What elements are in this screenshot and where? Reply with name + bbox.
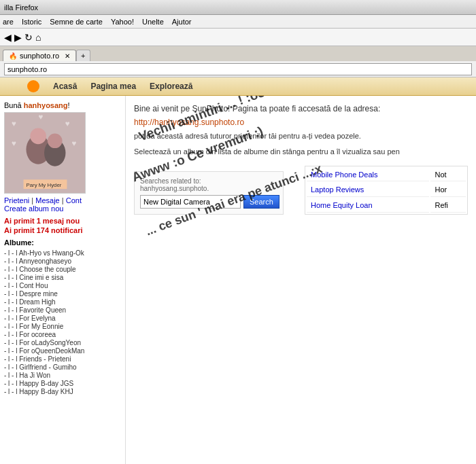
svg-text:♥: ♥ bbox=[12, 119, 16, 128]
address-bar-row bbox=[0, 61, 476, 77]
album-item[interactable]: - l - l Happy B-day KHJ bbox=[4, 388, 121, 395]
ad-row: Home Equity Loan Refi bbox=[307, 198, 466, 213]
svg-text:♥: ♥ bbox=[38, 112, 43, 122]
ad-val-0: Not bbox=[435, 171, 446, 179]
album-item[interactable]: - l - l Favorite Queen bbox=[4, 306, 121, 314]
album-item[interactable]: - l - l Girlfriend - Gumiho bbox=[4, 363, 121, 371]
welcome-url[interactable]: http://hanhyosang.sunphoto.ro bbox=[134, 118, 468, 127]
album-item[interactable]: - l - l Despre mine bbox=[4, 290, 121, 298]
tab-label: sunphoto.ro bbox=[20, 52, 59, 60]
ad-link-0[interactable]: Mobile Phone Deals bbox=[311, 171, 377, 179]
profile-photo-inner: ♥ ♥ ♥ ♥ ♥ Pary My Hyder bbox=[5, 113, 85, 193]
ad-table: Mobile Phone Deals Not Laptop Reviews Ho… bbox=[305, 166, 468, 215]
forward-icon[interactable]: ▶ bbox=[14, 32, 22, 43]
messages-notification[interactable]: Ai primit 1 mesaj nou bbox=[4, 217, 121, 225]
mesaje-link[interactable]: Mesaje bbox=[35, 196, 59, 204]
sidebar-links: Prieteni | Mesaje | Cont Create album no… bbox=[4, 196, 121, 213]
svg-text:♥: ♥ bbox=[71, 139, 76, 148]
album-item[interactable]: - l - l Ah-Hyo vs Hwang-Ok bbox=[4, 249, 121, 257]
user-greeting: Bună hanhyosang! bbox=[4, 101, 121, 109]
albums-section: Albume: - l - l Ah-Hyo vs Hwang-Ok - l -… bbox=[4, 238, 121, 395]
browser-toolbar: ◀ ▶ ↻ ⌂ bbox=[0, 29, 476, 46]
nav-mypage[interactable]: Pagina mea bbox=[90, 82, 136, 91]
ad-val-2: Refi bbox=[435, 201, 448, 209]
home-icon[interactable]: ⌂ bbox=[35, 32, 41, 43]
search-label: Searches related to: hanhyosang.sunphoto… bbox=[140, 177, 277, 192]
album-item[interactable]: - l - l For oQueenDeokMan bbox=[4, 347, 121, 355]
welcome-text: Bine ai venit pe SunPhoto! Pagina ta poa… bbox=[134, 104, 468, 113]
browser-title: illa Firefox bbox=[4, 3, 38, 12]
ad-row: Laptop Reviews Hor bbox=[307, 183, 466, 197]
svg-point-7 bbox=[30, 128, 46, 145]
profile-photo: ♥ ♥ ♥ ♥ ♥ Pary My Hyder bbox=[4, 112, 86, 194]
menu-bookmarks[interactable]: Semne de carte bbox=[50, 18, 103, 26]
menu-help[interactable]: Ajutor bbox=[172, 18, 192, 26]
create-album-link[interactable]: Create album nou bbox=[4, 204, 63, 213]
main-layout: Bună hanhyosang! ♥ ♥ ♥ ♥ ♥ bbox=[0, 96, 476, 464]
album-item[interactable]: - l - l For oLadySongYeon bbox=[4, 339, 121, 346]
ad-val-1: Hor bbox=[435, 185, 447, 194]
reload-icon[interactable]: ↻ bbox=[24, 32, 33, 43]
tab-bar: 🔥 sunphoto.ro ✕ + bbox=[0, 46, 476, 61]
greeting-prefix: Bună bbox=[4, 101, 24, 109]
svg-text:♥: ♥ bbox=[12, 139, 16, 148]
main-area: Bine ai venit pe SunPhoto! Pagina ta poa… bbox=[126, 96, 476, 464]
instructions-text: pot da această adresă tuturor prietenilo… bbox=[134, 131, 468, 141]
tab-favicon: 🔥 bbox=[9, 52, 17, 60]
page-content: Acasă Pagina mea Explorează Bună hanhyos… bbox=[0, 77, 476, 464]
album-item[interactable]: - l - l Dream High bbox=[4, 298, 121, 306]
album-item[interactable]: - l - l Ha Ji Won bbox=[4, 372, 121, 379]
search-row: Search bbox=[140, 195, 277, 209]
browser-titlebar: illa Firefox bbox=[0, 0, 476, 15]
search-input[interactable] bbox=[140, 195, 241, 209]
username-link[interactable]: hanhyosang bbox=[24, 101, 68, 109]
menu-tools[interactable]: Unelte bbox=[142, 18, 164, 26]
active-tab[interactable]: 🔥 sunphoto.ro ✕ bbox=[3, 50, 76, 61]
new-tab-button[interactable]: + bbox=[76, 50, 90, 61]
ad-row: Mobile Phone Deals Not bbox=[307, 168, 466, 182]
album-item[interactable]: - l - l Cont Hou bbox=[4, 282, 121, 289]
album-item[interactable]: - l - l Cine imi e sisa bbox=[4, 274, 121, 281]
greeting-suffix: ! bbox=[68, 101, 70, 109]
notificari-notification[interactable]: Ai primit 174 notificari bbox=[4, 226, 121, 234]
site-nav: Acasă Pagina mea Explorează bbox=[0, 77, 476, 96]
site-logo bbox=[27, 80, 39, 92]
ad-link-2[interactable]: Home Equity Loan bbox=[311, 201, 373, 209]
album-item[interactable]: - l - l Choose the couple bbox=[4, 266, 121, 273]
prieteni-link[interactable]: Prieteni bbox=[4, 196, 29, 204]
search-area: Searches related to: hanhyosang.sunphoto… bbox=[134, 171, 284, 215]
search-ad-row: Searches related to: hanhyosang.sunphoto… bbox=[134, 166, 468, 215]
tab-close-icon[interactable]: ✕ bbox=[65, 52, 70, 60]
select-album-text: Selectează un album din lista de albume … bbox=[134, 147, 468, 157]
album-item[interactable]: - l - l Annyeonghaseyo bbox=[4, 257, 121, 265]
svg-text:Pary My Hyder: Pary My Hyder bbox=[26, 182, 61, 188]
browser-menubar: are Istoric Semne de carte Yahoo! Unelte… bbox=[0, 15, 476, 29]
album-item[interactable]: - l - l Happy B-day JGS bbox=[4, 380, 121, 387]
back-icon[interactable]: ◀ bbox=[4, 32, 12, 43]
menu-history[interactable]: Istoric bbox=[22, 18, 41, 26]
address-input[interactable] bbox=[4, 63, 472, 75]
ad-link-1[interactable]: Laptop Reviews bbox=[311, 185, 364, 194]
albums-title: Albume: bbox=[4, 238, 121, 247]
album-item[interactable]: - l - l For ocoreea bbox=[4, 331, 121, 338]
menu-yahoo[interactable]: Yahoo! bbox=[111, 18, 134, 26]
nav-home[interactable]: Acasă bbox=[53, 82, 77, 91]
menu-file[interactable]: are bbox=[3, 18, 14, 26]
cont-link[interactable]: Cont bbox=[66, 196, 82, 204]
nav-explore[interactable]: Explorează bbox=[150, 82, 192, 91]
svg-point-9 bbox=[48, 133, 63, 148]
album-item[interactable]: - l - l Friends - Prieteni bbox=[4, 355, 121, 363]
album-item[interactable]: - l - l For Evelyna bbox=[4, 315, 121, 322]
album-item[interactable]: - l - l For My Eonnie bbox=[4, 323, 121, 330]
svg-text:♥: ♥ bbox=[65, 119, 70, 128]
search-button[interactable]: Search bbox=[243, 195, 279, 209]
sidebar: Bună hanhyosang! ♥ ♥ ♥ ♥ ♥ bbox=[0, 96, 126, 464]
